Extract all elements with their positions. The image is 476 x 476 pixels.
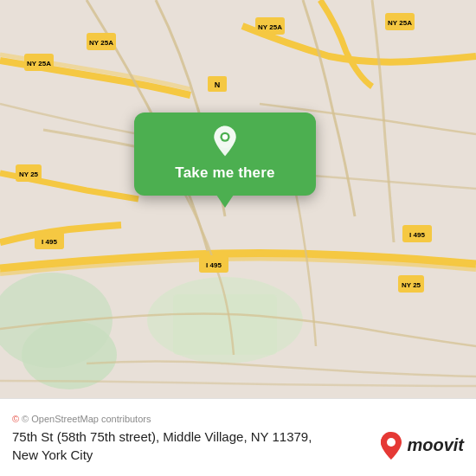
take-me-there-button[interactable]: Take me there [175,164,274,182]
svg-text:NY 25A: NY 25A [388,19,412,27]
svg-text:NY 25A: NY 25A [258,23,282,31]
location-popup: Take me there [134,113,316,196]
moovit-brand-text: moovit [407,435,464,455]
svg-text:I 495: I 495 [42,238,57,246]
bottom-bar: © © OpenStreetMap contributors 75th St (… [0,398,476,476]
address-line2: New York City [12,447,93,462]
map-container: NY 25A NY 25A NY 25A NY 25A NY 25 I 495 … [0,0,476,398]
svg-text:N: N [215,80,221,89]
address-text: 75th St (58th 75th street), Middle Villa… [12,428,370,464]
attribution: © © OpenStreetMap contributors [12,414,464,424]
svg-text:NY 25A: NY 25A [27,60,51,68]
attribution-text: © OpenStreetMap contributors [22,414,151,424]
svg-point-28 [387,438,396,447]
svg-text:NY 25A: NY 25A [89,39,113,47]
svg-text:I 495: I 495 [409,231,425,239]
svg-text:I 495: I 495 [206,261,222,269]
svg-rect-4 [173,294,277,355]
location-pin-icon [209,125,241,158]
svg-text:NY 25: NY 25 [19,170,39,178]
moovit-pin-icon [379,431,403,460]
svg-point-2 [22,320,117,389]
osm-icon: © [12,414,19,424]
moovit-logo: moovit [379,431,464,460]
address-line1: 75th St (58th 75th street), Middle Villa… [12,429,312,444]
svg-point-27 [222,134,228,139]
address-row: 75th St (58th 75th street), Middle Villa… [12,428,464,464]
svg-text:NY 25: NY 25 [402,281,421,289]
